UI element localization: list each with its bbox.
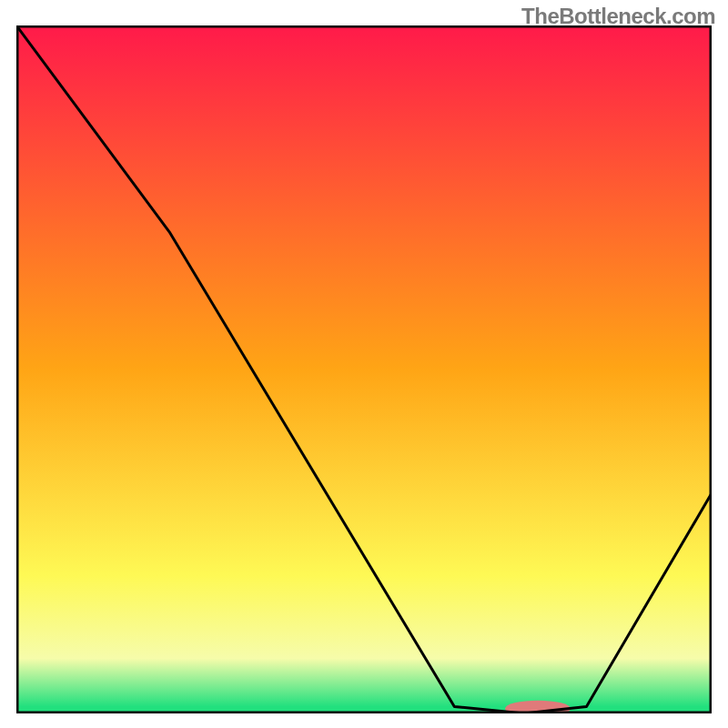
chart-background — [16, 25, 712, 713]
chart-container — [16, 25, 712, 713]
chart-svg — [16, 25, 712, 713]
